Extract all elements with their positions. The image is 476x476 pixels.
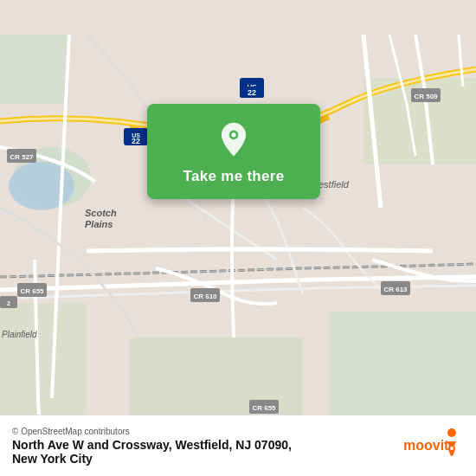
copyright-text: © OpenStreetMap contributors — [12, 427, 292, 436]
svg-text:22: 22 — [132, 137, 140, 145]
svg-text:Plainfield: Plainfield — [2, 330, 37, 339]
take-me-there-overlay[interactable]: Take me there — [147, 104, 320, 199]
svg-text:CR 613: CR 613 — [383, 286, 408, 293]
svg-text:CR 527: CR 527 — [10, 153, 34, 161]
bottom-info: © OpenStreetMap contributors North Ave W… — [12, 427, 292, 466]
svg-text:Plains: Plains — [85, 219, 113, 229]
location-pin-icon — [215, 121, 253, 159]
svg-point-39 — [447, 428, 456, 437]
svg-text:CR 655: CR 655 — [20, 287, 44, 295]
svg-text:CR 610: CR 610 — [193, 293, 217, 300]
svg-text:CR 509: CR 509 — [414, 93, 438, 100]
map-background: US 22 US 22 US 22 CR 527 CR 655 CR 610 C… — [0, 0, 476, 476]
svg-point-37 — [231, 132, 235, 137]
svg-text:2: 2 — [7, 300, 10, 306]
svg-text:CR 655: CR 655 — [252, 404, 276, 412]
svg-text:moovit: moovit — [403, 438, 449, 453]
svg-text:Scotch: Scotch — [85, 208, 117, 218]
svg-point-7 — [9, 162, 74, 210]
address-line1: North Ave W and Crossway, Westfield, NJ … — [12, 438, 292, 452]
bottom-bar: © OpenStreetMap contributors North Ave W… — [0, 415, 476, 476]
take-me-there-button[interactable]: Take me there — [183, 168, 285, 185]
svg-rect-2 — [0, 35, 69, 104]
svg-text:22: 22 — [248, 88, 256, 97]
svg-text:estfield: estfield — [318, 179, 350, 190]
moovit-logo: moovit — [403, 424, 464, 467]
map-container: US 22 US 22 US 22 CR 527 CR 655 CR 610 C… — [0, 0, 476, 476]
address-line2: New York City — [12, 452, 292, 466]
moovit-logo-svg: moovit — [403, 424, 464, 467]
svg-point-40 — [450, 447, 453, 450]
